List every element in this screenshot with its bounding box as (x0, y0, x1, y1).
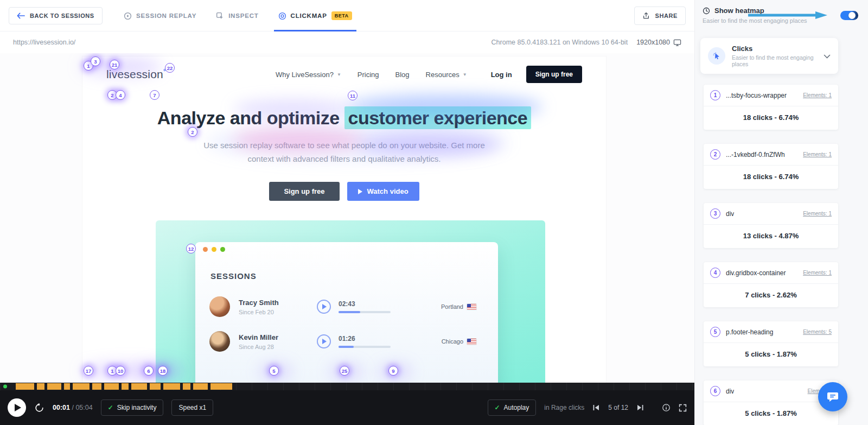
hero-signup-button: Sign up free (269, 182, 339, 201)
clicked-element-item[interactable]: 6 div Elements: 5 clicks - 1.87% (704, 380, 838, 425)
item-click-count: 18 clicks - 6.74% (704, 106, 838, 130)
click-marker[interactable]: 5 (269, 366, 279, 376)
info-button[interactable] (662, 403, 671, 412)
playback-time: 00:01 / 05:04 (53, 404, 93, 411)
item-selector: div (726, 210, 734, 218)
clicked-element-item[interactable]: 1 ...tsby-focus-wrapper Elements: 1 18 c… (704, 85, 838, 130)
hero-subtitle: Use session replay software to see what … (82, 138, 606, 166)
clicked-element-item[interactable]: 3 div Elements: 1 13 clicks - 4.87% (704, 203, 838, 248)
click-marker[interactable]: 22 (165, 63, 175, 73)
resolution-value: 1920x1080 (636, 39, 670, 46)
window-titlebar (195, 242, 498, 256)
item-elements-link[interactable]: Elements: 1 (803, 151, 832, 157)
previous-event-button[interactable] (592, 404, 600, 411)
item-number-badge: 4 (710, 268, 720, 278)
window-dot-yellow (212, 247, 216, 252)
session-user-since: Since Feb 20 (239, 309, 295, 315)
item-elements-link[interactable]: Elements: 1 (803, 270, 832, 276)
tab-inspect[interactable]: INSPECT (216, 0, 258, 31)
window-dot-red (203, 247, 208, 252)
site-nav-blog: Blog (395, 71, 410, 79)
event-position: 5 of 12 (608, 404, 628, 411)
show-heatmap-label: Show heatmap (714, 7, 764, 15)
tab-clickmap[interactable]: CLICKMAP BETA (278, 0, 352, 31)
click-marker[interactable]: 7 (150, 90, 159, 100)
share-icon (642, 12, 650, 20)
item-selector: ...-1vkebdf-0.fnZfWh (726, 151, 785, 158)
clickmap-icon (278, 12, 286, 20)
click-marker[interactable]: 18 (158, 366, 168, 376)
session-progress-bar (339, 346, 391, 348)
clicked-element-item[interactable]: 5 p.footer-heading Elements: 5 5 clicks … (704, 321, 838, 366)
speed-button[interactable]: Speed x1 (171, 399, 213, 416)
tab-inspect-label: INSPECT (228, 12, 258, 19)
session-duration: 01:26 (339, 335, 391, 342)
session-row: Kevin Miller Since Aug 28 01:26 Chicago (195, 324, 498, 359)
show-heatmap-subtext: Easier to find the most engaging places (703, 17, 860, 24)
hero-title: Analyze and optimize customer experience (82, 107, 606, 129)
sessions-panel-title: SESSIONS (210, 271, 498, 281)
click-marker[interactable]: 10 (116, 366, 125, 376)
product-screenshot-card: SESSIONS Tracy Smith Since Feb 20 (156, 220, 545, 383)
item-elements-link[interactable]: Elements: 1 (803, 92, 832, 98)
replay-viewport: livesession° Why LiveSession?▼ Pricing B… (0, 53, 694, 383)
session-user-name: Kevin Miller (239, 333, 295, 341)
main-column: BACK TO SESSIONS SESSION REPLAY INSPECT … (0, 0, 694, 425)
chevron-down-icon[interactable] (824, 51, 831, 61)
item-click-count: 18 clicks - 6.74% (704, 166, 838, 189)
chat-bubble-button[interactable] (818, 382, 847, 411)
click-cursor-icon (708, 47, 725, 65)
window-dot-green (220, 247, 225, 252)
click-marker[interactable]: 11 (348, 91, 358, 100)
site-nav-why: Why LiveSession?▼ (276, 71, 341, 79)
timeline-scrubber[interactable] (0, 383, 694, 390)
hero-watch-video-button: Watch video (347, 182, 419, 201)
restart-button[interactable] (34, 403, 44, 413)
click-marker[interactable]: 21 (110, 60, 119, 69)
us-flag-icon (467, 304, 476, 310)
click-marker[interactable]: 17 (84, 366, 93, 376)
click-marker[interactable]: 9 (388, 366, 398, 376)
item-elements-link[interactable]: Elements: 1 (803, 211, 832, 217)
item-selector: div.gridbox-container (726, 269, 786, 277)
item-number-badge: 5 (710, 327, 720, 337)
click-marker[interactable]: 3 (91, 56, 100, 66)
play-session-icon (317, 334, 331, 348)
click-marker[interactable]: 25 (340, 366, 349, 376)
play-button[interactable] (8, 398, 26, 417)
clicks-card[interactable]: Clicks Easier to find the most engaging … (700, 38, 838, 74)
item-click-count: 13 clicks - 4.87% (704, 225, 838, 248)
share-button[interactable]: SHARE (634, 7, 686, 25)
play-session-icon (317, 300, 331, 314)
clicked-element-item[interactable]: 2 ...-1vkebdf-0.fnZfWh Elements: 1 18 cl… (704, 144, 838, 189)
tab-session-replay-label: SESSION REPLAY (136, 12, 196, 19)
play-icon (358, 189, 362, 194)
click-marker[interactable]: 12 (186, 244, 196, 253)
tab-session-replay[interactable]: SESSION REPLAY (124, 0, 196, 31)
session-city: Chicago (442, 338, 463, 345)
fullscreen-button[interactable] (679, 404, 687, 412)
next-event-button[interactable] (636, 404, 644, 411)
skip-inactivity-button[interactable]: ✓ Skip inactivity (101, 399, 164, 416)
session-city: Portland (441, 303, 463, 310)
click-marker[interactable]: 6 (144, 366, 154, 376)
sidebar-header: Show heatmap Easier to find the most eng… (695, 0, 868, 24)
clicks-card-subtext: Easier to find the most engaging places (732, 54, 817, 67)
click-marker[interactable]: 2 (188, 127, 197, 137)
item-click-count: 5 clicks - 1.87% (704, 343, 838, 366)
clicked-elements-list: 1 ...tsby-focus-wrapper Elements: 1 18 c… (704, 85, 838, 425)
autoplay-button[interactable]: ✓ Autoplay (488, 399, 537, 416)
show-heatmap-toggle[interactable] (840, 11, 858, 20)
session-duration: 02:43 (339, 300, 391, 308)
clicked-element-item[interactable]: 4 div.gridbox-container Elements: 1 7 cl… (704, 262, 838, 307)
item-click-count: 5 clicks - 1.87% (704, 402, 838, 425)
item-elements-link[interactable]: Elements: 5 (803, 329, 832, 335)
session-replay-icon (124, 12, 132, 20)
site-login-link: Log in (491, 71, 512, 79)
tab-clickmap-label: CLICKMAP (291, 12, 327, 19)
avatar (209, 331, 230, 352)
session-url: https://livesession.io/ (13, 39, 75, 46)
chevron-down-icon: ▼ (337, 72, 341, 77)
click-marker[interactable]: 4 (116, 90, 125, 100)
back-to-sessions-button[interactable]: BACK TO SESSIONS (9, 7, 103, 24)
